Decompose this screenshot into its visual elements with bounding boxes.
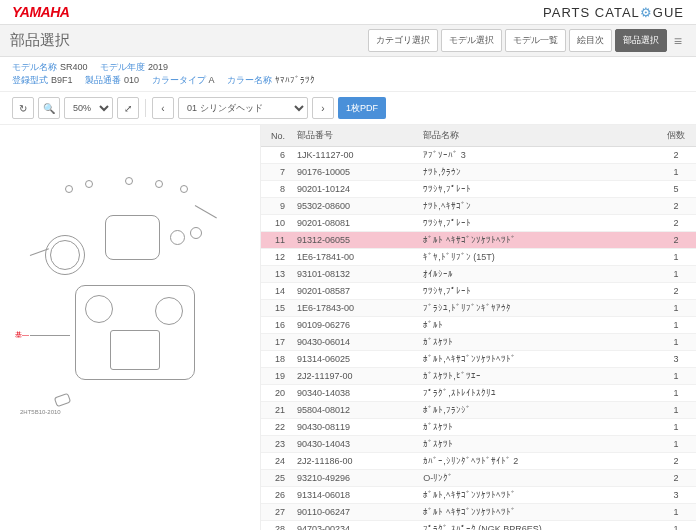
next-button[interactable]: ›	[312, 97, 334, 119]
yamaha-logo: YAMAHA	[12, 4, 69, 20]
diagram-ref: 2HT5B10-2010	[20, 409, 61, 415]
brand-title: PARTS CATAL⚙GUE	[543, 5, 684, 20]
table-row[interactable]: 1393101-08132ｵｲﾙｼｰﾙ1	[261, 266, 696, 283]
page-title: 部品選択	[10, 31, 70, 50]
table-row[interactable]: 2390430-14043ｶﾞｽｹﾂﾄ1	[261, 436, 696, 453]
table-row[interactable]: 2290430-08119ｶﾞｽｹﾂﾄ1	[261, 419, 696, 436]
reg-type-label: 登録型式	[12, 75, 48, 85]
model-name-label: モデル名称	[12, 62, 57, 72]
table-row[interactable]: 2195804-08012ﾎﾞﾙﾄ,ﾌﾗﾝｼﾞ1	[261, 402, 696, 419]
table-row[interactable]: 2894703-00234ﾌﾟﾗｸﾞ,ｽﾊﾟｰｸ (NGK BPR6ES)1	[261, 521, 696, 531]
prev-button[interactable]: ‹	[152, 97, 174, 119]
parts-table-wrap[interactable]: No. 部品番号 部品名称 個数 61JK-11127-00ｱﾌﾞｿｰﾊﾞ 32…	[260, 125, 696, 530]
zoom-button[interactable]: 🔍	[38, 97, 60, 119]
table-row[interactable]: 121E6-17841-00ｷﾞﾔ,ﾄﾞﾘﾌﾞﾝ (15T)1	[261, 249, 696, 266]
parts-table: No. 部品番号 部品名称 個数 61JK-11127-00ｱﾌﾞｿｰﾊﾞ 32…	[261, 125, 696, 530]
header: YAMAHA PARTS CATAL⚙GUE	[0, 0, 696, 25]
table-row[interactable]: 790176-10005ﾅﾂﾄ,ｸﾗｳﾝ1	[261, 164, 696, 181]
nav-model-select[interactable]: モデル選択	[441, 29, 502, 52]
table-row[interactable]: 2090340-14038ﾌﾟﾗｸﾞ,ｽﾄﾚｲﾄｽｸﾘﾕ1	[261, 385, 696, 402]
subheader: 部品選択 カテゴリ選択 モデル選択 モデル一覧 絵目次 部品選択 ≡	[0, 25, 696, 57]
color-type-label: カラータイプ	[152, 75, 206, 85]
meta-bar: モデル名称SR400 モデル年度2019 登録型式B9F1 製品通番010 カラ…	[0, 57, 696, 92]
toolbar: ↻ 🔍 50% ⤢ ‹ 01 シリンダヘッド › 1枚PDF	[0, 92, 696, 125]
parts-diagram[interactable]: 基— 2HT5B10-2010	[15, 155, 245, 415]
zoom-select[interactable]: 50%	[64, 97, 113, 119]
nav-buttons: カテゴリ選択 モデル選択 モデル一覧 絵目次 部品選択 ≡	[368, 29, 686, 52]
color-name-value: ﾔﾏﾊﾌﾞﾗﾂｸ	[275, 75, 315, 85]
refresh-button[interactable]: ↻	[12, 97, 34, 119]
nav-picindex[interactable]: 絵目次	[569, 29, 612, 52]
reg-type-value: B9F1	[51, 75, 73, 85]
table-row[interactable]: 1090201-08081ﾜﾂｼﾔ,ﾌﾟﾚｰﾄ2	[261, 215, 696, 232]
table-row[interactable]: 2593210-49296O-ﾘﾝｸﾞ2	[261, 470, 696, 487]
expand-button[interactable]: ⤢	[117, 97, 139, 119]
color-type-value: A	[209, 75, 215, 85]
prod-no-label: 製品通番	[85, 75, 121, 85]
nav-model-list[interactable]: モデル一覧	[505, 29, 566, 52]
table-row[interactable]: 1790430-06014ｶﾞｽｹﾂﾄ1	[261, 334, 696, 351]
table-row[interactable]: 2691314-06018ﾎﾞﾙﾄ,ﾍｷｻｺﾞﾝｿｹﾂﾄﾍﾂﾄﾞ3	[261, 487, 696, 504]
model-year-label: モデル年度	[100, 62, 145, 72]
table-row[interactable]: 2790110-06247ﾎﾞﾙﾄ ﾍｷｻｺﾞﾝｿｹﾂﾄﾍﾂﾄﾞ1	[261, 504, 696, 521]
cog-icon: ⚙	[640, 5, 653, 20]
table-row[interactable]: 1690109-06276ﾎﾞﾙﾄ1	[261, 317, 696, 334]
model-name-value: SR400	[60, 62, 88, 72]
diagram-panel: 基— 2HT5B10-2010	[0, 125, 260, 530]
nav-parts-select[interactable]: 部品選択	[615, 29, 667, 52]
table-row[interactable]: 151E6-17843-00ﾌﾞﾗｼﾕ,ﾄﾞﾘﾌﾞﾝｷﾞﾔｱｳﾀ1	[261, 300, 696, 317]
table-row[interactable]: 1490201-08587ﾜﾂｼﾔ,ﾌﾟﾚｰﾄ2	[261, 283, 696, 300]
figure-select[interactable]: 01 シリンダヘッド	[178, 97, 308, 119]
table-row[interactable]: 1891314-06025ﾎﾞﾙﾄ,ﾍｷｻｺﾞﾝｿｹﾂﾄﾍﾂﾄﾞ3	[261, 351, 696, 368]
content: 基— 2HT5B10-2010 No. 部品番号 部品名称 個数 61JK-11…	[0, 125, 696, 530]
menu-icon[interactable]: ≡	[670, 33, 686, 49]
col-no[interactable]: No.	[261, 125, 291, 147]
col-partname[interactable]: 部品名称	[417, 125, 656, 147]
table-row[interactable]: 192J2-11197-00ｶﾞｽｹﾂﾄ,ﾋﾞﾂｴｰ1	[261, 368, 696, 385]
model-year-value: 2019	[148, 62, 168, 72]
col-qty[interactable]: 個数	[656, 125, 696, 147]
nav-category[interactable]: カテゴリ選択	[368, 29, 438, 52]
color-name-label: カラー名称	[227, 75, 272, 85]
table-row[interactable]: 995302-08600ﾅﾂﾄ,ﾍｷｻｺﾞﾝ2	[261, 198, 696, 215]
col-partno[interactable]: 部品番号	[291, 125, 417, 147]
table-row[interactable]: 1191312-06055ﾎﾞﾙﾄ ﾍｷｻｺﾞﾝｿｹﾂﾄﾍﾂﾄﾞ2	[261, 232, 696, 249]
pdf-button[interactable]: 1枚PDF	[338, 97, 386, 119]
table-row[interactable]: 890201-10124ﾜﾂｼﾔ,ﾌﾟﾚｰﾄ5	[261, 181, 696, 198]
table-row[interactable]: 242J2-11186-00ｶﾊﾞｰ,ｼﾘﾝﾀﾞﾍﾂﾄﾞｻｲﾄﾞ 22	[261, 453, 696, 470]
prod-no-value: 010	[124, 75, 139, 85]
table-row[interactable]: 61JK-11127-00ｱﾌﾞｿｰﾊﾞ 32	[261, 147, 696, 164]
